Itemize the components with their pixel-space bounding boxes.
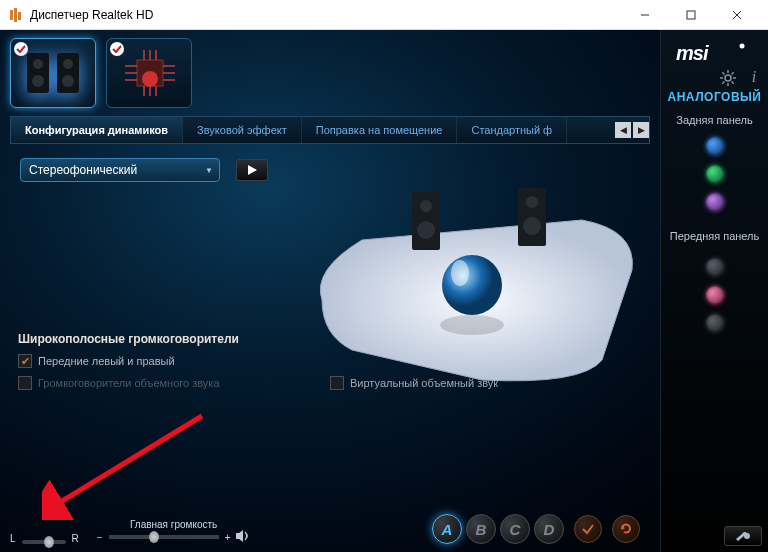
preset-b-button[interactable]: B — [466, 514, 496, 544]
info-icon[interactable]: i — [746, 70, 762, 86]
app-icon — [8, 7, 24, 23]
preset-buttons: A B C D — [432, 514, 640, 544]
device-digital[interactable] — [106, 38, 192, 108]
device-speakers[interactable] — [10, 38, 96, 108]
svg-point-38 — [739, 44, 744, 49]
jack-mic[interactable] — [706, 193, 724, 211]
maximize-button[interactable] — [668, 0, 714, 30]
svg-point-29 — [523, 217, 541, 235]
svg-rect-2 — [18, 12, 21, 20]
svg-marker-33 — [236, 530, 243, 542]
window-title: Диспетчер Realtek HD — [30, 8, 622, 22]
svg-line-36 — [54, 416, 202, 506]
main-volume-group: Главная громкость − + — [97, 519, 251, 544]
surround-label: Громкоговорители объемного звука — [38, 377, 220, 389]
wrench-icon — [735, 530, 751, 542]
volume-plus[interactable]: + — [225, 532, 231, 543]
jack-line-in[interactable] — [706, 137, 724, 155]
chip-icon — [119, 48, 179, 98]
svg-point-32 — [451, 260, 469, 286]
tab-prev-button[interactable]: ◀ — [615, 122, 631, 138]
virtual-surround-label: Виртуальный объемный звук — [350, 377, 498, 389]
jack-front-hp[interactable] — [706, 258, 724, 276]
refresh-icon — [619, 522, 633, 536]
balance-left-label: L — [10, 533, 16, 544]
balance-right-label: R — [72, 533, 79, 544]
checkbox-icon — [18, 376, 32, 390]
preset-d-button[interactable]: D — [534, 514, 564, 544]
svg-rect-0 — [10, 10, 13, 20]
device-selector-strip — [10, 34, 650, 116]
balance-thumb[interactable] — [44, 536, 54, 548]
volume-slider[interactable] — [109, 535, 219, 539]
left-speaker-icon — [412, 192, 440, 250]
svg-point-30 — [440, 315, 504, 335]
virtual-surround-row[interactable]: Виртуальный объемный звук — [330, 376, 498, 390]
right-speaker-icon — [518, 188, 546, 246]
window-controls — [622, 0, 760, 30]
preset-a-button[interactable]: A — [432, 514, 462, 544]
settings-icon[interactable] — [720, 70, 736, 86]
io-mode-title: АНАЛОГОВЫЙ — [668, 90, 762, 104]
test-play-button[interactable] — [236, 159, 268, 181]
speaker-mode-dropdown[interactable]: Стереофонический — [20, 158, 220, 182]
mute-icon[interactable] — [236, 530, 250, 544]
app-body: Конфигурация динамиков Звуковой эффект П… — [0, 30, 768, 552]
svg-point-39 — [725, 75, 731, 81]
balance-slider-group: L R — [10, 533, 79, 544]
balance-slider[interactable] — [22, 540, 66, 544]
tab-speaker-config[interactable]: Конфигурация динамиков — [11, 117, 183, 143]
volume-thumb[interactable] — [149, 531, 159, 543]
jack-front-spare[interactable] — [706, 314, 724, 332]
svg-point-22 — [142, 71, 158, 87]
svg-marker-23 — [248, 165, 257, 175]
preset-c-button[interactable]: C — [500, 514, 530, 544]
front-panel-label: Передняя панель — [670, 230, 760, 242]
svg-line-47 — [722, 82, 724, 84]
front-lr-label: Передние левый и правый — [38, 355, 175, 367]
tab-room-correction[interactable]: Поправка на помещение — [302, 117, 458, 143]
svg-line-44 — [722, 72, 724, 74]
main-volume-label: Главная громкость — [130, 519, 217, 530]
svg-point-7 — [14, 42, 28, 56]
apply-button[interactable] — [574, 515, 602, 543]
svg-point-25 — [420, 200, 432, 212]
jack-front-mic[interactable] — [706, 286, 724, 304]
svg-rect-4 — [687, 11, 695, 19]
title-bar: Диспетчер Realtek HD — [0, 0, 768, 30]
speaker-stage — [302, 170, 642, 390]
svg-text:msi: msi — [676, 42, 709, 64]
jack-line-out[interactable] — [706, 165, 724, 183]
svg-point-28 — [526, 196, 538, 208]
svg-line-46 — [732, 72, 734, 74]
tab-next-button[interactable]: ▶ — [633, 122, 649, 138]
svg-point-31 — [442, 255, 502, 315]
check-icon — [581, 522, 595, 536]
svg-point-26 — [417, 221, 435, 239]
play-icon — [246, 164, 258, 176]
main-panel: Конфигурация динамиков Звуковой эффект П… — [0, 30, 660, 552]
speaker-mode-value: Стереофонический — [29, 163, 137, 177]
tab-sound-effect[interactable]: Звуковой эффект — [183, 117, 302, 143]
bottom-controls: L R Главная громкость − + A B C D — [10, 506, 650, 544]
svg-line-45 — [732, 82, 734, 84]
annotation-arrow — [42, 410, 222, 520]
tab-default-format[interactable]: Стандартный ф — [457, 117, 567, 143]
svg-rect-1 — [14, 8, 17, 22]
advanced-settings-button[interactable] — [724, 526, 762, 546]
msi-logo: msi — [670, 40, 760, 66]
close-button[interactable] — [714, 0, 760, 30]
rear-panel-label: Задняя панель — [676, 114, 752, 126]
checkbox-icon — [18, 354, 32, 368]
right-panel: msi i АНАЛОГОВЫЙ Задняя панель Передняя … — [660, 30, 768, 552]
volume-minus[interactable]: − — [97, 532, 103, 543]
minimize-button[interactable] — [622, 0, 668, 30]
checkbox-icon — [330, 376, 344, 390]
panel-tool-icons: i — [667, 70, 762, 86]
reset-button[interactable] — [612, 515, 640, 543]
tab-scroll: ◀ ▶ — [613, 122, 649, 138]
tab-bar: Конфигурация динамиков Звуковой эффект П… — [10, 116, 650, 144]
